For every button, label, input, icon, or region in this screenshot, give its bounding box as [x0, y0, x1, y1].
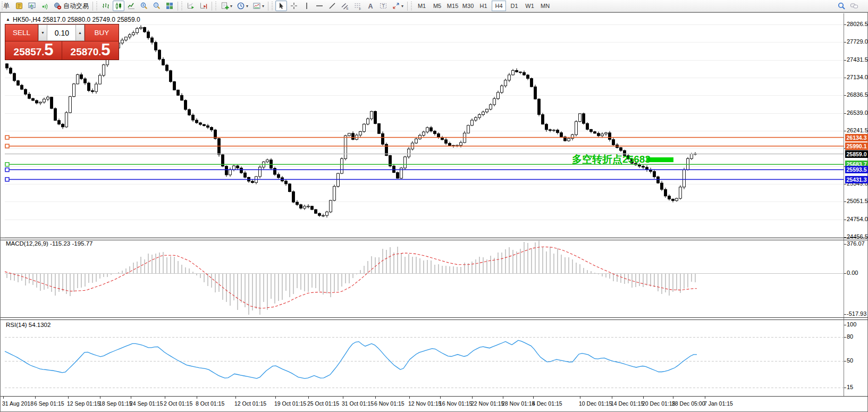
- price-tick-label: 28026.5: [847, 21, 868, 27]
- date-tick-label: 18 Sep 01:15: [99, 400, 132, 407]
- zoom-out-icon: [153, 2, 161, 10]
- sell-price-display[interactable]: 25857.5: [5, 41, 62, 60]
- date-tick-label: 31 Aug 2018: [2, 400, 33, 407]
- periods-button[interactable]: ▾: [235, 1, 250, 11]
- chevron-down-icon[interactable]: ▾: [246, 4, 248, 9]
- date-tick-label: 28 Dec 05:00: [672, 400, 705, 407]
- history-book-button[interactable]: [13, 1, 25, 11]
- toolbar-grip: [410, 2, 413, 11]
- line-handle[interactable]: [5, 178, 9, 181]
- timeframe-h4-button[interactable]: H4: [492, 1, 506, 11]
- timeframe-h1-button[interactable]: H1: [476, 1, 491, 11]
- text-button[interactable]: A: [365, 1, 376, 11]
- macd-tick-label: -517.93: [847, 310, 866, 317]
- toolbar-separator: [407, 2, 408, 11]
- text-icon: A: [366, 2, 375, 10]
- candlestick-chart-button[interactable]: [113, 1, 124, 11]
- vertical-line-button[interactable]: [301, 1, 313, 11]
- date-tick-label: 12 Nov 01:15: [408, 400, 441, 407]
- timeframe-mn-button[interactable]: MN: [538, 1, 552, 11]
- signal-broadcast-button[interactable]: [39, 1, 50, 11]
- level-price-label: 25990.1: [845, 142, 868, 150]
- timeframe-d1-button[interactable]: D1: [507, 1, 521, 11]
- price-tick-label: 26241.5: [847, 127, 868, 133]
- collapse-chart-icon[interactable]: ▲: [6, 17, 10, 22]
- equidistant-channel-icon: E: [341, 2, 349, 10]
- sell-button[interactable]: SELL: [5, 24, 38, 41]
- toolbar-grip: [215, 2, 217, 11]
- zoom-in-button[interactable]: [138, 1, 150, 11]
- auto-trading-icon: [53, 2, 62, 10]
- timeframe-w1-button[interactable]: W1: [523, 1, 537, 11]
- bar-chart-button[interactable]: [100, 1, 112, 11]
- rsi-indicator-label: RSI(14) 54.1302: [6, 322, 50, 328]
- toolbar-grip: [271, 2, 274, 11]
- templates-icon: [252, 2, 261, 10]
- date-tick-label: 6 Sep 01:15: [34, 400, 64, 407]
- timeframe-m5-button[interactable]: M5: [430, 1, 444, 11]
- buy-button[interactable]: BUY: [85, 24, 119, 41]
- date-tick-label: 28 Nov 01:15: [502, 400, 535, 407]
- tile-windows-button[interactable]: [164, 1, 175, 11]
- level-price-label: 25593.5: [845, 166, 868, 173]
- price-tick-label: 26539.0: [847, 110, 868, 116]
- timeframe-m30-button[interactable]: M30: [461, 1, 475, 11]
- line-handle[interactable]: [5, 144, 9, 148]
- rsi-tick-label: 50: [847, 357, 853, 364]
- equidistant-channel-button[interactable]: E: [339, 1, 351, 11]
- rsi-tick-label: 15: [847, 384, 853, 390]
- buy-price-display[interactable]: 25870.5: [62, 41, 119, 60]
- chat-button[interactable]: [848, 1, 860, 11]
- templates-button[interactable]: ▾: [251, 1, 266, 11]
- auto-trading-button[interactable]: 自动交易: [52, 1, 90, 11]
- one-click-trading-panel: SELL ▼ 0.10 ▲ BUY 25857.5 25870.5: [5, 24, 119, 60]
- line-handle[interactable]: [5, 163, 9, 166]
- chevron-down-icon[interactable]: ▾: [262, 4, 264, 9]
- chart-autoscroll-icon: [187, 2, 195, 10]
- chart-canvas[interactable]: [1, 13, 868, 412]
- chart-autoscroll-button[interactable]: [185, 1, 197, 11]
- price-tick-label: 24754.0: [847, 216, 868, 222]
- arrows-button[interactable]: ▾: [390, 1, 405, 11]
- horizontal-line-button[interactable]: [314, 1, 325, 11]
- zoom-out-button[interactable]: [151, 1, 163, 11]
- fibonacci-button[interactable]: F: [352, 1, 364, 11]
- date-tick-label: 4 Dec 01:15: [532, 400, 562, 407]
- timeframe-m1-button[interactable]: M1: [415, 1, 429, 11]
- volume-input[interactable]: 0.10: [47, 24, 75, 41]
- crosshair-button[interactable]: [288, 1, 300, 11]
- chart-shift-button[interactable]: [198, 1, 209, 11]
- new-chart-icon: [221, 2, 229, 10]
- level-price-label: 26134.3: [845, 134, 868, 141]
- trend-line-button[interactable]: [326, 1, 338, 11]
- main-toolbar: 单自动交易▾▾▾EFAT▾M1M5M15M30H1H4D1W1MN: [0, 0, 868, 12]
- macd-indicator-label: MACD(12,26,9) -115.23 -195.77: [6, 240, 92, 247]
- line-chart-button[interactable]: [125, 1, 137, 11]
- line-handle[interactable]: [5, 136, 9, 139]
- date-tick-label: 10 Dec 01:15: [579, 400, 612, 407]
- ohlc-close: 25859.0: [117, 16, 140, 23]
- search-button[interactable]: [836, 1, 847, 11]
- date-tick-label: 24 Sep 01:15: [130, 400, 163, 407]
- candlestick-chart-icon: [114, 2, 123, 10]
- volume-increase-button[interactable]: ▲: [75, 24, 85, 41]
- chat-icon: [850, 2, 858, 10]
- text-label-button[interactable]: T: [377, 1, 389, 11]
- timeframe-m15-button[interactable]: M15: [445, 1, 460, 11]
- line-handle[interactable]: [5, 168, 9, 172]
- sell-price-frac: 5: [44, 42, 53, 58]
- volume-decrease-button[interactable]: ▼: [38, 24, 47, 41]
- chevron-down-icon[interactable]: ▾: [230, 4, 232, 9]
- annotation-text[interactable]: 多空转折点25683: [572, 153, 651, 166]
- ohlc-high: 25880.0: [68, 16, 90, 23]
- ohlc-open: 25817.0: [43, 16, 65, 23]
- new-chart-button[interactable]: ▾: [219, 1, 234, 11]
- new-order-label: 单: [3, 2, 10, 11]
- chevron-down-icon[interactable]: ▾: [401, 4, 403, 9]
- new-order-button[interactable]: 单: [1, 1, 12, 11]
- macd-tick-label: 376.07: [847, 240, 865, 247]
- date-tick-label: 31 Oct 01:15: [342, 400, 374, 407]
- crosshair-icon: [290, 2, 298, 10]
- cursor-button[interactable]: [275, 1, 287, 11]
- market-monitor-button[interactable]: [26, 1, 38, 11]
